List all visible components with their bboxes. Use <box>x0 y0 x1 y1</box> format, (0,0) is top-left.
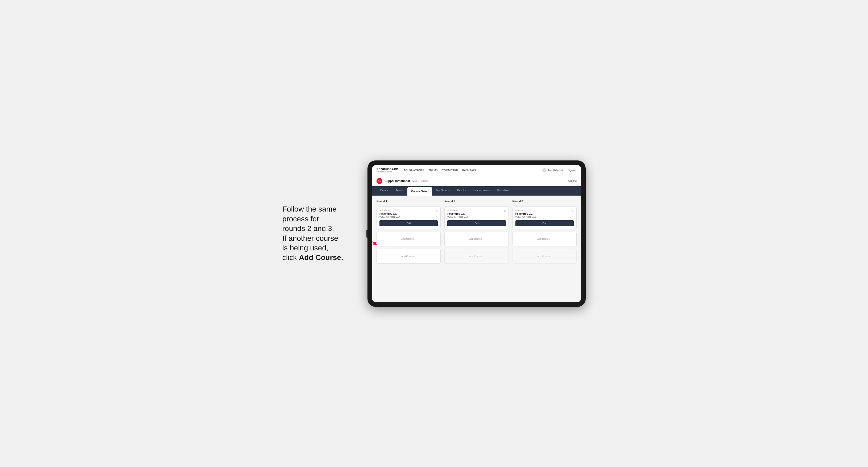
user-avatar <box>542 168 547 173</box>
add-course-label-r3: Add Course + <box>537 238 552 240</box>
tab-results[interactable]: Results <box>454 186 470 195</box>
course-tee-info-r3: Yellow (M) (6629 yds) <box>516 216 536 218</box>
course-card-header: (Course A) Peachtree GC Yellow (M) (6629… <box>379 210 438 220</box>
course-name: Peachtree GC <box>379 212 400 215</box>
rounds-grid: Round 1 (Course A) Peachtree GC Yellow (… <box>376 200 577 264</box>
edit-course-button-r3[interactable]: Edit <box>516 220 574 226</box>
logo-area: SCOREBOARD Powered by clippd <box>376 168 398 173</box>
course-a-label-r3: (Course A) <box>516 210 536 212</box>
add-course-label: Add Course + <box>401 238 416 240</box>
delete-course-icon-r2[interactable]: ✖ <box>503 210 506 213</box>
user-email: blair@clippd.io <box>548 169 564 172</box>
tab-details[interactable]: Details <box>376 186 392 195</box>
nav-rankings[interactable]: RANKINGS <box>462 169 476 172</box>
main-content: Round 1 (Course A) Peachtree GC Yellow (… <box>372 195 581 302</box>
course-card-header-r2: (Course A) Peachtree GC Yellow (M) (6629… <box>447 210 505 220</box>
tab-bar: Details Teams Course Setup Tee Groups Re… <box>372 186 581 195</box>
tab-teams[interactable]: Teams <box>392 186 407 195</box>
course-a-label: (Course A) <box>379 210 400 212</box>
add-course-button-r3-2: Add Course + <box>513 249 577 264</box>
logo-subtitle: Powered by clippd <box>376 171 398 173</box>
course-tee-info: Yellow (M) (6629 yds) <box>379 216 400 218</box>
round-2-title: Round 2 <box>444 200 508 203</box>
add-course-button-r3-1[interactable]: Add Course + <box>513 232 577 246</box>
hosting-badge: Hosting <box>420 180 428 182</box>
course-info-block-r3: (Course A) Peachtree GC Yellow (M) (6629… <box>516 210 536 220</box>
add-course-label-2: Add Course + <box>401 255 416 257</box>
course-card-header-r3: (Course A) Peachtree GC Yellow (M) (6629… <box>516 210 574 220</box>
edit-course-button-r2[interactable]: Edit <box>447 220 505 226</box>
instruction-text: Follow the same process for rounds 2 and… <box>282 205 357 262</box>
tab-course-setup[interactable]: Course Setup <box>407 187 432 195</box>
round-3-course-card: (Course A) Peachtree GC Yellow (M) (6629… <box>513 207 577 229</box>
edit-course-button[interactable]: Edit <box>379 220 438 226</box>
nav-links: TOURNAMENTS TEAMS COMMITTEE RANKINGS <box>404 169 542 172</box>
course-tee-info-r2: Yellow (M) (6629 yds) <box>447 216 468 218</box>
course-name-r3: Peachtree GC <box>516 212 536 215</box>
tab-printables[interactable]: Printables <box>494 186 513 195</box>
add-course-button-r1-1[interactable]: Add Course + <box>376 232 441 246</box>
round-3-title: Round 3 <box>513 200 577 203</box>
nav-teams[interactable]: TEAMS <box>428 169 437 172</box>
round-1-column: Round 1 (Course A) Peachtree GC Yellow (… <box>376 200 441 264</box>
tablet-side-button <box>366 230 368 238</box>
nav-right: blair@clippd.io | Sign out <box>542 168 577 173</box>
round-2-column: Round 2 (Course A) Peachtree GC Yellow (… <box>444 200 508 264</box>
round-1-title: Round 1 <box>376 200 441 203</box>
nav-tournaments[interactable]: TOURNAMENTS <box>404 169 424 172</box>
sub-header: C Clippd Invitational (Men) Hosting Canc… <box>372 176 581 186</box>
tablet-screen: SCOREBOARD Powered by clippd TOURNAMENTS… <box>372 165 581 302</box>
add-course-emphasis: Add Course. <box>299 253 343 261</box>
course-name-r2: Peachtree GC <box>447 212 468 215</box>
delete-course-icon[interactable]: ✖ <box>435 210 438 213</box>
course-a-label-r2: (Course A) <box>447 210 468 212</box>
tournament-name: Clippd Invitational <box>384 179 410 183</box>
nav-separator: | <box>566 169 566 172</box>
round-1-course-card: (Course A) Peachtree GC Yellow (M) (6629… <box>376 207 441 229</box>
scoreboard-logo: SCOREBOARD <box>376 168 398 171</box>
top-nav: SCOREBOARD Powered by clippd TOURNAMENTS… <box>372 165 581 176</box>
tab-tee-groups[interactable]: Tee Groups <box>432 186 454 195</box>
c-logo: C <box>376 178 382 184</box>
add-course-button-r2-1[interactable]: Add Course + <box>444 232 508 246</box>
course-info-block: (Course A) Peachtree GC Yellow (M) (6629… <box>379 210 400 220</box>
tournament-category: (Men) <box>411 179 418 182</box>
sign-out-link[interactable]: Sign out <box>568 169 577 172</box>
tablet-frame: SCOREBOARD Powered by clippd TOURNAMENTS… <box>368 160 586 307</box>
add-course-label-r2-2: Add Course + <box>469 255 484 257</box>
add-course-button-r2-2: Add Course + <box>444 249 508 264</box>
round-3-column: Round 3 (Course A) Peachtree GC Yellow (… <box>513 200 577 264</box>
delete-course-icon-r3[interactable]: ✖ <box>571 210 574 213</box>
add-course-label-r2: Add Course + <box>469 238 484 240</box>
nav-committee[interactable]: COMMITTEE <box>442 169 458 172</box>
round-2-course-card: (Course A) Peachtree GC Yellow (M) (6629… <box>444 207 508 229</box>
course-info-block-r2: (Course A) Peachtree GC Yellow (M) (6629… <box>447 210 468 220</box>
add-course-button-r1-2[interactable]: Add Course + <box>376 249 441 264</box>
add-course-label-r3-2: Add Course + <box>537 255 552 257</box>
page-wrapper: Follow the same process for rounds 2 and… <box>248 160 620 307</box>
tab-leaderboards[interactable]: Leaderboards <box>470 186 494 195</box>
cancel-button[interactable]: Cancel <box>568 179 577 182</box>
